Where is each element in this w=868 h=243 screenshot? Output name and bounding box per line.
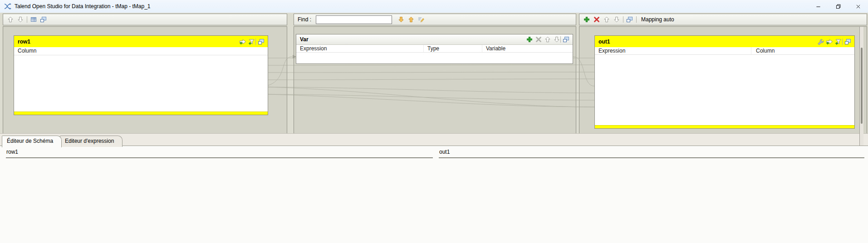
output-table-out1: out1 Expression Column bbox=[594, 35, 855, 129]
schema-table-out1 bbox=[439, 157, 864, 158]
find-input[interactable] bbox=[316, 15, 392, 24]
tab-editeur-d-expression[interactable]: Editeur d'expression bbox=[60, 136, 123, 147]
move-up-icon[interactable] bbox=[7, 16, 14, 23]
tab-label: Editeur d'expression bbox=[65, 138, 114, 144]
mapping-auto-label: Mapping auto bbox=[641, 16, 674, 23]
move-up-icon[interactable] bbox=[603, 16, 610, 23]
schema-name-out1: out1 bbox=[439, 149, 450, 155]
output-header-expression: Expression bbox=[595, 47, 751, 54]
move-down-icon[interactable] bbox=[553, 36, 560, 43]
restore-button[interactable] bbox=[828, 0, 848, 13]
output-table-title: out1 bbox=[598, 39, 610, 45]
add-output-icon[interactable] bbox=[583, 16, 590, 23]
input-column-header: Column bbox=[14, 47, 268, 55]
minimize-table-icon[interactable] bbox=[258, 38, 265, 45]
find-label: Find : bbox=[298, 16, 311, 23]
mapper-area: Find : bbox=[0, 13, 868, 133]
header-separator bbox=[842, 39, 843, 45]
minimize-panel-icon[interactable] bbox=[40, 16, 47, 23]
add-icon[interactable] bbox=[526, 36, 533, 43]
window-title: Talend Open Studio for Data Integration … bbox=[15, 3, 151, 10]
remove-icon[interactable] bbox=[535, 36, 542, 43]
find-previous-icon[interactable] bbox=[407, 16, 415, 23]
table-bottom-strip bbox=[595, 125, 854, 128]
input-table-title: row1 bbox=[18, 39, 30, 45]
minimize-table-icon[interactable] bbox=[563, 36, 570, 43]
find-next-icon[interactable] bbox=[397, 16, 405, 23]
toolbar-separator bbox=[623, 16, 623, 23]
input-table-row1: row1 Column bbox=[14, 35, 268, 115]
schema-grid-icon[interactable] bbox=[30, 16, 37, 23]
tmap-window: Talend Open Studio for Data Integration … bbox=[0, 0, 868, 243]
add-column-icon[interactable] bbox=[826, 38, 833, 45]
header-separator bbox=[560, 36, 561, 43]
minimize-button[interactable] bbox=[808, 0, 828, 13]
move-up-icon[interactable] bbox=[544, 36, 551, 43]
tab-label: Éditeur de Schéma bbox=[7, 138, 53, 144]
var-header-expression: Expression bbox=[296, 45, 424, 52]
schema-name-row1: row1 bbox=[6, 149, 18, 155]
remove-output-icon[interactable] bbox=[593, 16, 600, 23]
close-button[interactable] bbox=[848, 0, 868, 13]
minimize-table-icon[interactable] bbox=[844, 38, 852, 45]
tab-editeur-de-schema[interactable]: Éditeur de Schéma bbox=[2, 136, 62, 147]
add-column-icon[interactable] bbox=[239, 38, 246, 45]
filter-icon[interactable] bbox=[248, 38, 255, 45]
table-bottom-strip bbox=[14, 112, 268, 115]
output-toolbar: Mapping auto bbox=[579, 14, 867, 25]
minimize-panel-icon[interactable] bbox=[626, 16, 633, 23]
schema-editor: row1 out1 bbox=[0, 146, 868, 243]
input-table-header[interactable]: row1 bbox=[14, 36, 268, 47]
output-column-headers: Expression Column bbox=[595, 47, 854, 55]
toolbar-separator bbox=[636, 16, 637, 23]
filter-icon[interactable] bbox=[835, 38, 842, 45]
settings-wrench-icon[interactable] bbox=[817, 38, 824, 45]
output-header-column: Column bbox=[751, 47, 854, 54]
output-table-header[interactable]: out1 bbox=[595, 36, 854, 47]
move-down-icon[interactable] bbox=[613, 16, 620, 23]
input-toolbar bbox=[3, 14, 287, 25]
find-toolbar: Find : bbox=[294, 14, 576, 25]
var-header-variable: Variable bbox=[482, 45, 573, 52]
output-panel-scrollbar[interactable] bbox=[859, 27, 863, 146]
var-table-header[interactable]: Var bbox=[296, 34, 573, 45]
move-down-icon[interactable] bbox=[17, 16, 24, 23]
scrollbar-thumb[interactable] bbox=[861, 48, 863, 124]
highlight-all-icon[interactable] bbox=[417, 16, 425, 23]
header-separator bbox=[255, 39, 256, 45]
talend-app-icon bbox=[4, 3, 12, 10]
bottom-tab-bar: Éditeur de Schéma Editeur d'expression bbox=[0, 133, 868, 146]
var-table-title: Var bbox=[300, 36, 309, 43]
var-column-headers: Expression Type Variable bbox=[296, 45, 573, 53]
var-table: Var Expression bbox=[296, 34, 573, 64]
toolbar-separator bbox=[27, 16, 27, 23]
var-header-type: Type bbox=[424, 45, 482, 52]
schema-table-row1 bbox=[6, 157, 433, 158]
title-bar: Talend Open Studio for Data Integration … bbox=[0, 0, 868, 13]
